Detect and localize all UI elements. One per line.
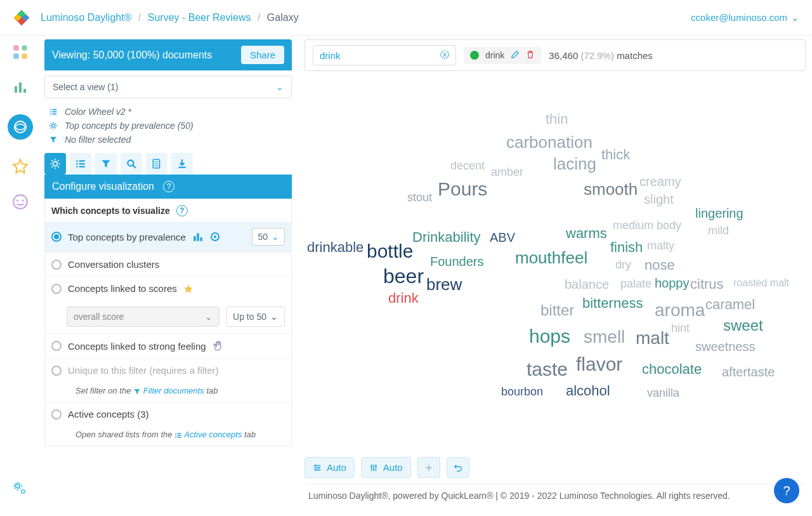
auto-color-button[interactable]: Auto [361,457,411,478]
settings-fab-icon[interactable] [11,480,28,498]
edit-icon[interactable] [511,50,520,61]
auto-layout-button[interactable]: Auto [304,457,355,478]
search-input[interactable] [320,50,440,61]
cloud-word[interactable]: bitter [540,301,574,319]
bar-chart-icon [192,231,204,242]
cloud-word[interactable]: aroma [655,300,705,321]
chevron-down-icon: ⌄ [205,312,213,322]
tab-configure[interactable] [44,153,66,175]
cloud-word[interactable]: aftertaste [722,365,775,380]
radio-icon [51,284,62,294]
clear-icon[interactable]: ⓧ [440,50,449,61]
breadcrumb-product[interactable]: Luminoso Daylight® [41,12,131,23]
score-field-select[interactable]: overall score ⌄ [67,307,219,327]
cloud-word[interactable]: bourbon [501,385,543,399]
nav-galaxy-icon[interactable] [8,114,33,140]
cloud-word[interactable]: balance [565,277,609,292]
cloud-word[interactable]: Pours [438,178,487,200]
cloud-word[interactable]: alcohol [566,383,610,399]
prevalence-count-select[interactable]: 50 ⌄ [252,228,285,246]
nav-star-icon[interactable] [11,157,29,175]
cloud-word[interactable]: beer [383,265,424,288]
cloud-word[interactable]: chocolate [642,361,702,378]
tab-filter[interactable] [95,153,117,175]
filter-documents-link[interactable]: Filter documents [143,386,204,395]
cloud-word[interactable]: lingering [695,206,743,221]
cloud-word[interactable]: sweetness [695,340,756,354]
cloud-word[interactable]: creamy [639,175,681,189]
cloud-word[interactable]: ABV [490,230,515,245]
svg-point-31 [370,465,372,467]
cloud-word[interactable]: carbonation [506,133,593,152]
svg-point-35 [22,490,25,493]
cloud-word[interactable]: drink [388,290,419,307]
cloud-word[interactable]: Founders [430,255,484,269]
cloud-word[interactable]: hops [529,326,570,347]
reset-button[interactable] [447,457,469,478]
nav-highlights-icon[interactable] [11,43,29,61]
cloud-word[interactable]: bottle [367,241,413,262]
tab-download[interactable] [171,153,193,175]
cloud-word[interactable]: bitterness [582,295,643,312]
option-scores[interactable]: Concepts linked to scores [45,277,291,300]
add-button[interactable] [417,457,440,478]
help-icon[interactable]: ? [163,181,174,192]
galaxy-cloud[interactable]: thincarbonationthicklacingdecentambersto… [304,71,806,516]
cloud-word[interactable]: amber [491,166,523,179]
option-prevalence[interactable]: Top concepts by prevalence 50 ⌄ [45,222,291,253]
cloud-word[interactable]: smooth [584,180,638,199]
cloud-word[interactable]: finish [610,239,643,256]
cloud-word[interactable]: malty [647,239,674,253]
breadcrumb-current: Galaxy [267,12,299,23]
cloud-word[interactable]: caramel [705,296,755,313]
svg-rect-10 [23,89,26,93]
cloud-word[interactable]: roasted malt [733,277,789,289]
tab-documents[interactable] [146,153,167,175]
trash-icon[interactable] [526,50,535,61]
cloud-word[interactable]: dry [615,258,631,272]
breadcrumb-project[interactable]: Survey - Beer Reviews [148,12,251,23]
user-menu[interactable]: ccoker@luminoso.com ⌄ [691,12,799,23]
cloud-word[interactable]: slight [644,192,674,207]
nav-dashboard-icon[interactable] [11,79,29,96]
help-fab[interactable]: ? [774,478,799,503]
cloud-word[interactable]: hoppy [655,276,690,291]
tab-concepts[interactable] [70,153,91,175]
list-icon [174,432,182,439]
svg-rect-9 [19,83,22,93]
cloud-word[interactable]: thick [601,147,630,163]
cloud-word[interactable]: drinkable [307,239,363,256]
cloud-word[interactable]: decent [450,159,485,173]
cloud-word[interactable]: brew [426,275,462,294]
cloud-word[interactable]: taste [527,359,568,380]
cloud-word[interactable]: thin [546,111,568,128]
cloud-word[interactable]: nose [645,257,675,274]
cloud-word[interactable]: medium body [613,219,681,232]
cloud-word[interactable]: warms [566,225,607,242]
cloud-word[interactable]: vanilla [647,387,679,400]
active-concepts-link[interactable]: Active concepts [184,430,242,439]
cloud-word[interactable]: palate [620,277,652,291]
option-clusters[interactable]: Conversation clusters [45,253,291,277]
help-icon[interactable]: ? [176,205,188,216]
option-feeling[interactable]: Concepts linked to strong feeling [45,334,291,359]
cloud-word[interactable]: hint [671,322,690,335]
cloud-word[interactable]: mouthfeel [515,248,587,268]
cloud-word[interactable]: smell [584,327,625,347]
cloud-word[interactable]: citrus [690,276,724,293]
cloud-word[interactable]: flavor [576,354,622,375]
tab-search[interactable] [121,153,142,175]
select-view-dropdown[interactable]: Select a view (1) ⌄ [44,76,292,98]
nav-sentiment-icon[interactable] [11,193,29,211]
cloud-word[interactable]: stout [407,191,432,204]
cloud-word[interactable]: Drinkability [412,229,481,246]
app-logo-icon [13,9,30,27]
option-active[interactable]: Active concepts (3) Open shared lists fr… [45,402,291,446]
share-button[interactable]: Share [241,46,284,64]
cloud-word[interactable]: malt [636,328,669,348]
svg-rect-6 [13,53,19,59]
cloud-word[interactable]: lacing [553,154,596,174]
cloud-word[interactable]: mild [708,224,729,237]
cloud-word[interactable]: sweet [723,317,763,334]
score-limit-select[interactable]: Up to 50 ⌄ [226,307,285,327]
